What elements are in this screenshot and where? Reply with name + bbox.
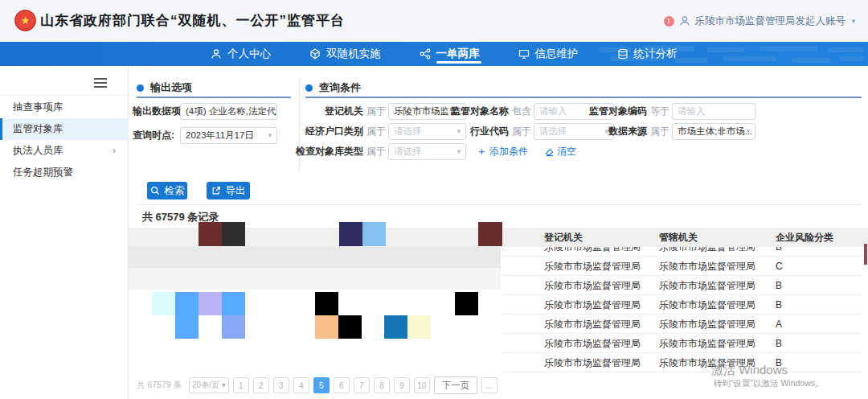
sidebar: 抽查事项库监管对象库执法人员库›任务超期预警 [0,66,129,399]
cell-jurisdiction: 乐陵市市场监督管理局 [659,276,755,295]
cell-jurisdiction: 乐陵市市场监督管理局 [659,247,755,257]
cell-registry: 乐陵市市场监督管理局 [544,276,641,295]
page-button-6[interactable]: 6 [334,377,350,393]
account-name[interactable]: 乐陵市市场监督管理局发起人账号 [695,14,846,28]
nav-tab-label: 双随机实施 [326,47,381,61]
redaction-block [222,292,245,315]
top-header: ★ 山东省政府部门联合“双随机、一公开”监管平台 ! 乐陵市市场监督管理局发起人… [0,0,868,42]
redaction-block [315,315,338,339]
nav-tab-0[interactable]: 个人中心 [211,42,271,66]
page-button-5[interactable]: 5 [313,377,330,393]
next-page-button[interactable]: 下一页 [434,376,478,394]
cell-risk: B [776,276,782,295]
redaction-block [175,315,199,339]
nav-tab-label: 统计分析 [634,47,678,61]
cell-registry: 乐陵市市场监督管理局 [544,334,641,353]
nav-tab-label: 一单两库 [436,47,480,61]
cell-registry: 乐陵市市场监督管理局 [544,257,641,276]
user-icon [211,48,222,60]
nav-tab-3[interactable]: 信息维护 [518,42,579,66]
notification-icon[interactable]: ! [664,16,674,27]
col-enterprise-risk-class: 企业风险分类 [776,228,833,247]
redaction-block [362,222,386,246]
output-data-items-select[interactable]: (4项) 企业名称,法定代...▼ [180,103,277,120]
redaction-block [478,222,502,246]
search-button[interactable]: 检索 [147,182,187,200]
page-size-select[interactable]: 20条/页 ▾ [189,377,229,393]
query-time-select[interactable]: 2023年11月17日▼ [180,127,277,144]
col-jurisdiction-authority: 管辖机关 [659,228,698,247]
sidebar-menu: 抽查事项库监管对象库执法人员库›任务超期预警 [0,97,129,183]
cell-registry: 乐陵市市场监督管理局 [544,353,641,372]
sidebar-item-0[interactable]: 抽查事项库 [0,97,129,118]
clear-link[interactable]: 清空 [544,143,576,160]
inspect-object-lib-type-select[interactable]: 请选择▼ [388,143,466,160]
object-name-label: 监管对象名称 [442,103,509,120]
cell-risk: B [776,295,782,315]
data-source-select[interactable]: 市场主体;非市场...▼ [672,123,755,140]
sidebar-item-2[interactable]: 执法人员库› [0,140,129,162]
nav-tabs: 个人中心双随机实施一单两库信息维护统计分析 [211,42,678,66]
export-icon [211,186,221,195]
pagination-total: 共 67579 条 [137,380,182,391]
cell-jurisdiction: 乐陵市市场监督管理局 [659,295,755,315]
cell-risk: B [776,247,782,257]
page-button-4[interactable]: 4 [293,377,309,393]
main-navbar: 个人中心双随机实施一单两库信息维护统计分析 [0,42,868,66]
sidebar-item-3[interactable]: 任务超期预警 [0,162,129,183]
cell-registry: 乐陵市市场监督管理局 [544,247,641,257]
col-registry-authority: 登记机关 [544,228,583,247]
redaction-block [175,292,199,315]
bullet-icon [305,84,313,92]
redaction-block [222,315,245,339]
cell-registry: 乐陵市市场监督管理局 [544,295,641,315]
page-title: 山东省政府部门联合“双随机、一公开”监管平台 [40,11,345,30]
nav-tab-4[interactable]: 统计分析 [617,42,678,66]
query-time-label: 查询时点: [133,127,174,144]
industry-code-label: 行业代码 [442,123,509,140]
data-source-label: 数据来源 [580,123,647,140]
user-icon [679,15,690,27]
redaction-block [152,292,175,315]
nav-tab-2[interactable]: 一单两库 [420,42,480,66]
redaction-block [384,315,407,339]
chevron-down-icon: ▼ [850,18,857,25]
nav-tab-1[interactable]: 双随机实施 [309,42,381,66]
plus-icon: ＋ [476,143,487,160]
page-button-8[interactable]: 8 [374,377,390,393]
redaction-block [222,222,245,246]
pagination: 共 67579 条20条/页 ▾12345678910下一页… [137,376,497,394]
page-jump-button[interactable]: … [481,377,497,393]
query-conditions-section-title: 查询条件 [305,80,361,95]
page-button-7[interactable]: 7 [354,377,370,393]
chevron-down-icon: ▼ [267,128,273,143]
cell-jurisdiction: 乐陵市市场监督管理局 [659,315,755,334]
cell-jurisdiction: 乐陵市市场监督管理局 [659,257,755,276]
registry-authority-label: 登记机关 [297,103,363,120]
menu-collapse-icon[interactable] [94,78,107,88]
scrollbar-thumb[interactable] [864,244,867,265]
inspect-object-lib-type-label: 检查对象库类型 [289,143,363,160]
bullet-icon [137,84,144,92]
search-icon [150,186,160,195]
database-icon [617,48,628,60]
export-button[interactable]: 导出 [207,182,250,200]
page-button-3[interactable]: 3 [273,377,289,393]
nav-tab-label: 个人中心 [227,47,271,61]
account-menu[interactable]: ! 乐陵市市场监督管理局发起人账号 ▼ [664,0,857,42]
monitor-icon [518,48,530,60]
redaction-block [129,247,501,268]
page-button-2[interactable]: 2 [253,377,269,393]
redaction-block [199,222,222,246]
windows-activation-watermark: 激活 Windows [711,363,788,378]
cube-icon [309,48,321,60]
output-data-items-label: 输出数据项: [133,103,184,120]
page-button-1[interactable]: 1 [233,377,249,393]
page-button-9[interactable]: 9 [394,377,410,393]
sidebar-item-1[interactable]: 监管对象库 [0,118,129,140]
chevron-right-icon: › [113,140,116,162]
add-condition-link[interactable]: ＋ 添加条件 [476,143,528,160]
share-nodes-icon [420,48,431,60]
object-code-input[interactable]: 请输入 [672,103,755,120]
page-button-10[interactable]: 10 [414,377,430,393]
